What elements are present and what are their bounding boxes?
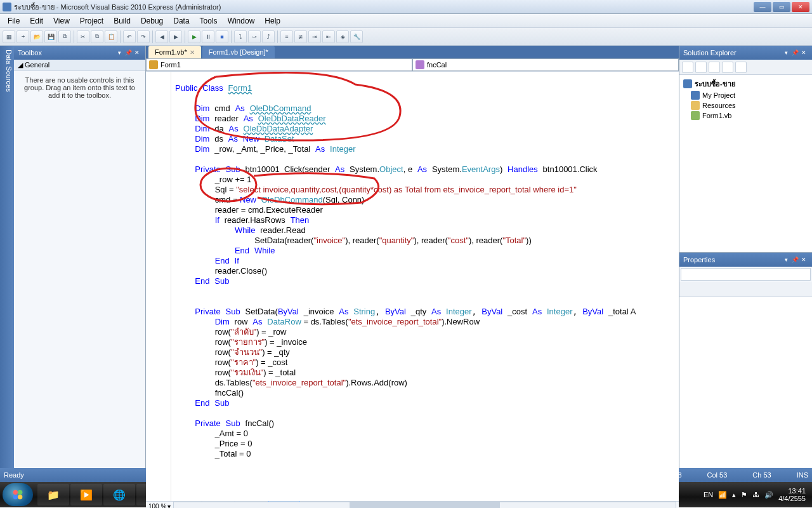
menu-debug[interactable]: Debug [136, 15, 168, 27]
solexp-viewcode-button[interactable] [722, 62, 733, 73]
undo-button[interactable]: ↶ [123, 30, 136, 43]
toolbox-panel: Toolbox ▾ 📌 ✕ ◢ General There are no usa… [14, 46, 146, 468]
data-sources-tab[interactable]: Data Sources [0, 46, 14, 468]
solexp-pin-icon[interactable]: 📌 [790, 48, 799, 57]
maximize-button[interactable]: ▭ [773, 2, 790, 12]
solexp-close-icon[interactable]: ✕ [799, 48, 808, 57]
open-button[interactable]: 📂 [30, 30, 43, 43]
menu-data[interactable]: Data [168, 15, 194, 27]
member-selector-text: fncCal [427, 61, 447, 69]
step-over-button[interactable]: ⤻ [248, 30, 261, 43]
properties-object-selector[interactable] [681, 268, 811, 281]
toolbox-button[interactable]: 🔧 [350, 30, 363, 43]
solexp-viewdesigner-button[interactable] [735, 62, 747, 73]
bookmark-button[interactable]: ◈ [336, 30, 349, 43]
tray-action-center-icon[interactable]: ⚑ [741, 491, 747, 499]
tree-project-root[interactable]: ระบบซื้อ-ขาย [682, 77, 809, 90]
toolbox-pin-icon[interactable]: 📌 [124, 48, 133, 57]
props-close-icon[interactable]: ✕ [799, 255, 808, 264]
menu-window[interactable]: Window [223, 15, 260, 27]
solution-tree[interactable]: ระบบซื้อ-ขาย My Project Resources Form1.… [679, 75, 812, 123]
paste-button[interactable]: 📋 [105, 30, 117, 43]
tray-volume-icon[interactable]: 🔊 [764, 491, 773, 499]
toolbox-dropdown-icon[interactable]: ▾ [115, 48, 124, 57]
solexp-dropdown-icon[interactable]: ▾ [782, 48, 790, 57]
tab-close-icon[interactable]: ✕ [190, 49, 195, 56]
solexp-properties-button[interactable] [682, 62, 693, 73]
menu-tools[interactable]: Tools [195, 15, 223, 27]
taskbar-mediaplayer[interactable]: ▶️ [70, 484, 102, 505]
code-area[interactable]: Public Class Form1 Dim cmd As OleDbComma… [171, 72, 679, 501]
break-button[interactable]: ⏸ [202, 30, 214, 43]
close-button[interactable]: ✕ [792, 2, 809, 12]
system-tray[interactable]: EN 📶 ▴ ⚑ 🖧 🔊 13:41 4/4/2555 [700, 487, 809, 502]
outdent-button[interactable]: ⇤ [322, 30, 335, 43]
properties-title: Properties [683, 256, 715, 264]
tab-form1-vb[interactable]: Form1.vb* ✕ [148, 46, 201, 58]
menu-project[interactable]: Project [75, 15, 108, 27]
cut-button[interactable]: ✂ [77, 30, 89, 43]
status-ch: Ch 53 [752, 471, 771, 479]
scrollbar-thumb[interactable] [350, 502, 500, 508]
comment-button[interactable]: ≡ [280, 30, 293, 43]
tree-form1-vb[interactable]: Form1.vb [682, 110, 809, 121]
save-button[interactable]: 💾 [44, 30, 57, 43]
add-item-button[interactable]: ＋ [16, 30, 29, 43]
redo-button[interactable]: ↷ [137, 30, 150, 43]
svg-point-2 [18, 490, 22, 495]
tray-lang[interactable]: EN [704, 491, 713, 498]
tree-label: Resources [702, 102, 736, 109]
tree-my-project[interactable]: My Project [682, 90, 809, 100]
tray-chevron-icon[interactable]: ▴ [732, 491, 736, 499]
class-icon [149, 60, 158, 69]
code-editor[interactable]: Public Class Form1 Dim cmd As OleDbComma… [146, 72, 679, 501]
tray-time: 13:41 [778, 487, 806, 495]
copy-button[interactable]: ⧉ [91, 30, 103, 43]
start-button[interactable] [3, 483, 33, 506]
tray-clock[interactable]: 13:41 4/4/2555 [778, 487, 806, 502]
tray-network-icon[interactable]: 🖧 [752, 491, 759, 498]
code-navigation-bar: Form1 fncCal [146, 58, 679, 72]
indent-button[interactable]: ⇥ [308, 30, 321, 43]
stop-button[interactable]: ■ [216, 30, 228, 43]
save-all-button[interactable]: ⧉ [58, 30, 71, 43]
props-pin-icon[interactable]: 📌 [790, 255, 799, 264]
tree-label: My Project [702, 91, 735, 99]
taskbar-explorer[interactable]: 📁 [37, 484, 69, 505]
app-icon [3, 3, 11, 11]
member-selector[interactable]: fncCal [412, 58, 679, 71]
props-dropdown-icon[interactable]: ▾ [782, 255, 790, 264]
menu-help[interactable]: Help [259, 15, 285, 27]
solexp-refresh-button[interactable] [709, 62, 720, 73]
nav-back-button[interactable]: ◀ [155, 30, 168, 43]
tab-label: Form1.vb [Design]* [209, 48, 268, 56]
menu-edit[interactable]: Edit [25, 15, 48, 27]
horizontal-scrollbar[interactable] [173, 502, 676, 508]
toolbox-general-group[interactable]: ◢ General [14, 60, 145, 71]
tree-resources[interactable]: Resources [682, 100, 809, 110]
status-col: Col 53 [707, 471, 728, 479]
solexp-showall-button[interactable] [695, 62, 707, 73]
properties-grid[interactable] [679, 297, 812, 468]
svg-point-3 [13, 495, 18, 499]
menu-view[interactable]: View [48, 15, 75, 27]
tab-form1-design[interactable]: Form1.vb [Design]* [202, 46, 275, 58]
minimize-button[interactable]: — [754, 2, 771, 12]
menu-build[interactable]: Build [108, 15, 136, 27]
class-selector[interactable]: Form1 [146, 58, 412, 71]
nav-fwd-button[interactable]: ▶ [169, 30, 182, 43]
toolbox-close-icon[interactable]: ✕ [133, 48, 141, 57]
document-tabstrip: Form1.vb* ✕ Form1.vb [Design]* [146, 46, 679, 58]
taskbar-chrome[interactable]: 🌐 [103, 484, 135, 505]
menu-file[interactable]: File [3, 15, 25, 27]
uncomment-button[interactable]: ≢ [294, 30, 307, 43]
tree-label: Form1.vb [702, 112, 731, 119]
toolbox-header: Toolbox ▾ 📌 ✕ [14, 46, 145, 60]
start-debug-button[interactable]: ▶ [188, 30, 200, 43]
tray-flag-icon[interactable]: 📶 [718, 491, 727, 499]
step-into-button[interactable]: ⤵ [234, 30, 247, 43]
method-icon [416, 60, 424, 69]
step-out-button[interactable]: ⤴ [262, 30, 275, 43]
new-project-button[interactable]: ▦ [3, 30, 15, 43]
project-icon [683, 79, 692, 88]
